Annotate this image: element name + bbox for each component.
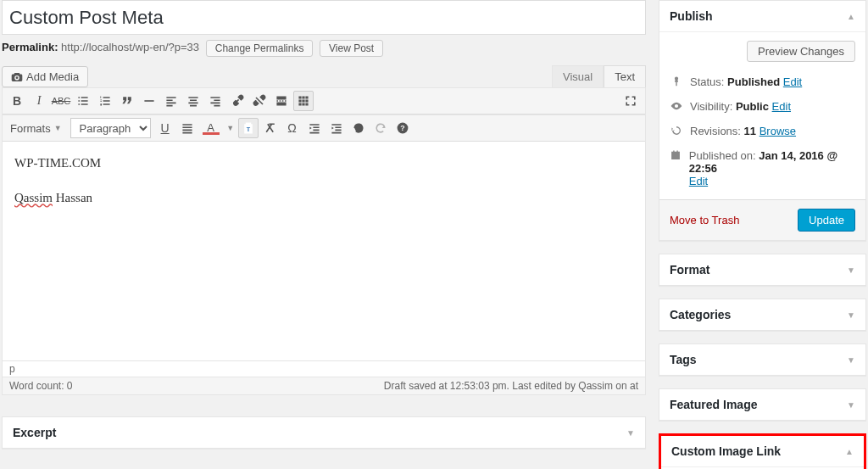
categories-title: Categories (670, 308, 731, 321)
edit-date-link[interactable]: Edit (689, 175, 708, 187)
align-center-button[interactable] (183, 91, 203, 111)
help-button[interactable]: ? (392, 118, 413, 138)
clear-formatting-button[interactable] (260, 118, 281, 138)
format-panel: Format ▼ (659, 254, 866, 286)
bold-button[interactable]: B (7, 91, 27, 111)
add-media-label: Add Media (26, 70, 79, 83)
strikethrough-button[interactable]: ABC (51, 91, 71, 111)
revisions-icon (670, 125, 683, 139)
svg-text:T: T (246, 126, 250, 133)
editor: B I ABC Formats ▼ Paragraph U (2, 87, 646, 395)
format-header[interactable]: Format ▼ (659, 254, 865, 285)
tags-header[interactable]: Tags ▼ (659, 344, 865, 375)
eye-icon (670, 100, 683, 114)
fullscreen-button[interactable] (620, 91, 641, 111)
publish-header[interactable]: Publish ▲ (659, 1, 865, 31)
tags-panel: Tags ▼ (659, 343, 866, 376)
svg-text:?: ? (400, 124, 404, 132)
post-title-input[interactable] (9, 7, 638, 29)
chevron-up-icon: ▲ (845, 447, 854, 456)
change-permalinks-button[interactable]: Change Permalinks (206, 40, 314, 57)
calendar-icon (670, 149, 682, 164)
editor-status-bar: Word count: 0 Draft saved at 12:53:03 pm… (3, 377, 645, 394)
custom-image-link-header[interactable]: Custom Image Link ▲ (661, 436, 864, 466)
align-left-button[interactable] (161, 91, 181, 111)
paste-text-button[interactable]: T (238, 118, 259, 138)
link-button[interactable] (227, 91, 248, 111)
editor-path: p (3, 360, 645, 377)
text-color-dropdown-button[interactable]: ▼ (225, 118, 236, 138)
custom-image-link-panel: Custom Image Link ▲ (659, 433, 866, 469)
toolbar-row-1: B I ABC (3, 88, 645, 114)
numbered-list-button[interactable] (95, 91, 115, 111)
featured-image-title: Featured Image (670, 398, 757, 411)
tab-visual[interactable]: Visual (552, 65, 604, 87)
justify-button[interactable] (177, 118, 198, 138)
editor-line-1: WP-TIME.COM (14, 152, 633, 175)
word-count: Word count: 0 (9, 380, 73, 392)
excerpt-panel: Excerpt ▼ (2, 416, 646, 449)
pin-icon (670, 75, 683, 90)
featured-image-header[interactable]: Featured Image ▼ (659, 389, 865, 420)
browse-revisions-link[interactable]: Browse (760, 125, 796, 137)
text-color-button[interactable]: A (199, 118, 223, 138)
autosave-status: Draft saved at 12:53:03 pm. Last edited … (384, 380, 638, 392)
edit-visibility-link[interactable]: Edit (772, 100, 791, 113)
chevron-down-icon: ▼ (847, 400, 855, 410)
read-more-button[interactable] (271, 91, 292, 111)
move-to-trash-link[interactable]: Move to Trash (670, 214, 739, 226)
editor-line-2: Qassim Hassan (14, 187, 633, 209)
toolbar-row-2: Formats ▼ Paragraph U A ▼ T Ω ? (3, 114, 645, 142)
categories-panel: Categories ▼ (659, 299, 866, 331)
outdent-button[interactable] (304, 118, 325, 138)
excerpt-title: Excerpt (13, 426, 56, 439)
svg-rect-0 (144, 100, 153, 102)
chevron-up-icon: ▲ (847, 12, 855, 21)
special-char-button[interactable]: Ω (282, 118, 303, 138)
paragraph-dropdown[interactable]: Paragraph (70, 118, 151, 138)
permalink-row: Permalink: http://localhost/wp-en/?p=33 … (2, 35, 646, 65)
kitchen-sink-button[interactable] (293, 91, 314, 111)
undo-button[interactable] (348, 118, 369, 138)
categories-header[interactable]: Categories ▼ (659, 299, 865, 330)
preview-changes-button[interactable]: Preview Changes (747, 41, 855, 62)
post-title-wrap (2, 0, 646, 35)
unlink-button[interactable] (249, 91, 270, 111)
chevron-down-icon: ▼ (847, 355, 855, 365)
format-title: Format (670, 263, 709, 276)
permalink-url: http://localhost/wp-en/?p=33 (61, 42, 199, 54)
update-button[interactable]: Update (798, 209, 855, 232)
permalink-label: Permalink: (2, 42, 58, 54)
edit-status-link[interactable]: Edit (783, 75, 802, 88)
tags-title: Tags (670, 353, 697, 366)
featured-image-panel: Featured Image ▼ (659, 388, 866, 421)
publish-panel: Publish ▲ Preview Changes Status: Publis… (659, 0, 866, 241)
indent-button[interactable] (326, 118, 347, 138)
tab-text[interactable]: Text (604, 65, 646, 87)
chevron-down-icon: ▼ (847, 310, 855, 320)
chevron-down-icon: ▼ (847, 265, 855, 275)
editor-tabs: Visual Text (552, 65, 646, 87)
custom-image-link-title: Custom Image Link (671, 444, 781, 458)
redo-button[interactable] (370, 118, 391, 138)
align-right-button[interactable] (205, 91, 225, 111)
editor-content[interactable]: WP-TIME.COM Qassim Hassan (3, 142, 645, 360)
bullet-list-button[interactable] (73, 91, 93, 111)
add-media-button[interactable]: Add Media (2, 66, 88, 87)
blockquote-button[interactable] (117, 91, 137, 111)
publish-title: Publish (670, 9, 713, 23)
underline-button[interactable]: U (155, 118, 175, 138)
italic-button[interactable]: I (29, 91, 49, 111)
camera-icon (11, 71, 23, 83)
excerpt-header[interactable]: Excerpt ▼ (3, 417, 645, 448)
view-post-button[interactable]: View Post (320, 40, 383, 57)
chevron-down-icon: ▼ (626, 428, 635, 438)
formats-dropdown[interactable]: Formats ▼ (6, 118, 70, 138)
hr-button[interactable] (139, 91, 159, 111)
